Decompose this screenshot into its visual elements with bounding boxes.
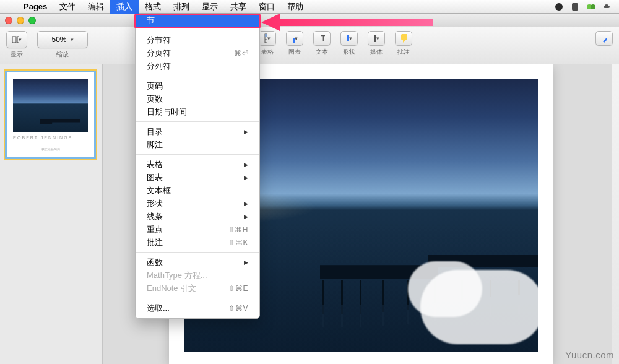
menu-item-mathtype: MathType 方程... (136, 269, 259, 282)
thumbnail-subtitle: 获奖经验简历 (13, 147, 88, 151)
svg-rect-19 (401, 34, 407, 40)
text-icon: T (319, 33, 325, 43)
comment-icon (400, 33, 407, 43)
inspector-button[interactable] (595, 31, 613, 46)
table-group: ▾ 表格 (259, 31, 276, 56)
menu-arrange[interactable]: 排列 (167, 0, 196, 14)
menu-item-comment[interactable]: 批注⇧⌘K (136, 236, 259, 249)
svg-point-0 (555, 3, 563, 11)
shape-button[interactable]: ▾ (340, 31, 358, 46)
menu-item-function[interactable]: 函数 (136, 256, 259, 269)
menu-item-highlight[interactable]: 重点⇧⌘H (136, 223, 259, 236)
thumbnail-preview-image (13, 79, 88, 132)
menubar: Pages 文件 编辑 插入 格式 排列 显示 共享 窗口 帮助 (0, 0, 619, 14)
zoom-label: 缩放 (56, 50, 69, 59)
svg-rect-4 (12, 37, 16, 43)
menu-item-textbox[interactable]: 文本框 (136, 184, 259, 197)
svg-point-3 (591, 4, 595, 9)
view-button[interactable]: ▾ (6, 31, 27, 48)
zoom-window-button[interactable] (28, 17, 36, 24)
menu-item-column-break[interactable]: 分列符 (136, 59, 259, 72)
zoom-select[interactable]: 50% ▾ (37, 31, 88, 48)
minimize-window-button[interactable] (17, 17, 24, 24)
menu-share[interactable]: 共享 (224, 0, 253, 14)
menu-item-page-number[interactable]: 页码 (136, 79, 259, 92)
view-button-group: ▾ 显示 (6, 31, 27, 59)
toolbar: ▾ 显示 50% ▾ 缩放 ¶ 插入 ▾ 表格 ▾ 图表 T 文本 (0, 27, 619, 64)
svg-text:T: T (321, 33, 325, 43)
page-number-label: 1 (9, 150, 12, 158)
menu-item-chart[interactable]: 图表 (136, 171, 259, 184)
menu-item-shape[interactable]: 形状 (136, 197, 259, 210)
media-button[interactable]: ♪ ▾ (368, 31, 385, 46)
zoom-value: 50% (51, 35, 66, 44)
menu-item-footnote[interactable]: 脚注 (136, 138, 259, 151)
menu-item-date-time[interactable]: 日期与时间 (136, 105, 259, 118)
page-thumbnail[interactable]: ROBERT JENNINGS 获奖经验简历 1 (4, 69, 97, 160)
table-button[interactable]: ▾ (259, 31, 276, 46)
watermark: Yuucn.com (565, 350, 614, 360)
inspector-group (595, 31, 613, 46)
close-window-button[interactable] (5, 17, 12, 24)
menu-item-endnote: EndNote 引文⇧⌘E (136, 282, 259, 295)
insert-menu-dropdown: 节 分节符 分页符⌘⏎ 分列符 页码 页数 日期与时间 目录 脚注 表格 图表 … (135, 14, 260, 319)
menu-window[interactable]: 窗口 (253, 0, 281, 14)
page-thumbnails-sidebar: ROBERT JENNINGS 获奖经验简历 1 (0, 64, 103, 364)
evernote-icon[interactable] (569, 1, 581, 12)
svg-rect-1 (572, 3, 578, 11)
menu-item-table[interactable]: 表格 (136, 158, 259, 171)
cloud-icon[interactable] (602, 1, 613, 12)
sync-icon[interactable] (586, 1, 597, 12)
media-group: ♪ ▾ 媒体 (368, 31, 385, 56)
text-group: T 文本 (313, 31, 331, 56)
menu-edit[interactable]: 编辑 (82, 0, 110, 14)
qq-icon[interactable] (553, 1, 565, 12)
menu-item-line[interactable]: 线条 (136, 210, 259, 223)
view-icon (12, 35, 19, 44)
window-titlebar (0, 14, 619, 27)
svg-marker-20 (403, 40, 405, 43)
comment-button[interactable] (395, 31, 412, 46)
menu-insert[interactable]: 插入 (110, 0, 139, 14)
menu-item-page-count[interactable]: 页数 (136, 92, 259, 105)
menu-file[interactable]: 文件 (53, 0, 82, 14)
comment-group: 批注 (395, 31, 412, 56)
text-button[interactable]: T (313, 31, 331, 46)
chart-button[interactable]: ▾ (286, 31, 303, 46)
inspector-panel-edge (612, 64, 619, 364)
menu-item-page-break[interactable]: 分页符⌘⏎ (136, 46, 259, 59)
paintbrush-icon (601, 33, 607, 43)
menu-item-section[interactable]: 节 (136, 14, 259, 27)
workspace: ROBERT JENNINGS 获奖经验简历 1 (0, 64, 619, 364)
zoom-group: 50% ▾ 缩放 (37, 31, 88, 59)
shape-group: ▾ 形状 (340, 31, 358, 56)
thumbnail-title: ROBERT JENNINGS (13, 136, 88, 140)
app-name[interactable]: Pages (17, 2, 53, 11)
chart-group: ▾ 图表 (286, 31, 303, 56)
menu-item-toc[interactable]: 目录 (136, 125, 259, 138)
menu-view[interactable]: 显示 (196, 0, 224, 14)
view-label: 显示 (11, 50, 23, 59)
menu-format[interactable]: 格式 (139, 0, 167, 14)
menu-item-section-break[interactable]: 分节符 (136, 33, 259, 46)
menu-help[interactable]: 帮助 (281, 0, 310, 14)
system-tray (553, 1, 619, 12)
menu-item-choose[interactable]: 选取...⇧⌘V (136, 301, 259, 314)
